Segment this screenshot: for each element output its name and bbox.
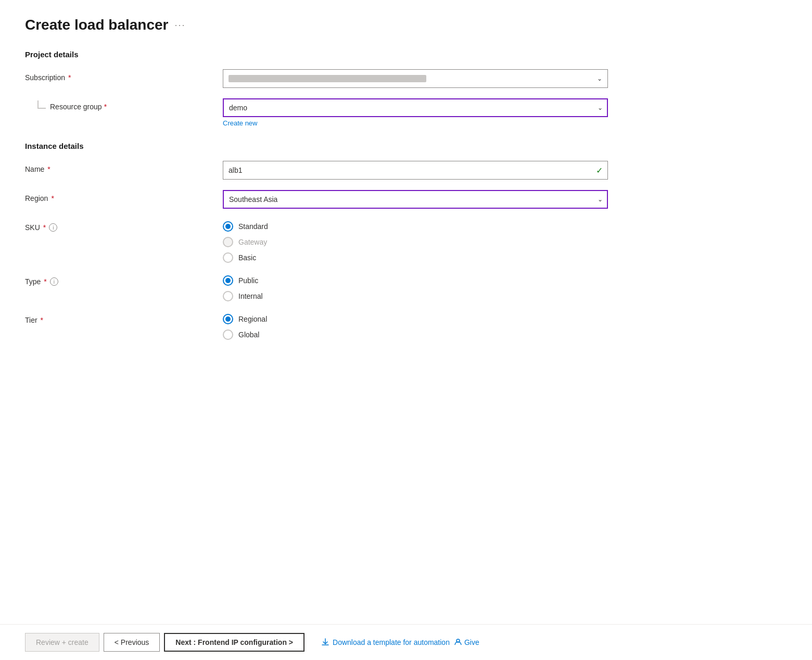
type-label: Type	[25, 277, 41, 286]
subscription-label-col: Subscription *	[25, 69, 223, 82]
tier-label-col: Tier *	[25, 312, 223, 324]
name-required: *	[47, 165, 50, 173]
create-new-link[interactable]: Create new	[223, 119, 608, 127]
type-required: *	[44, 277, 46, 286]
tier-radio-global-label: Global	[238, 331, 259, 339]
subscription-label: Subscription	[25, 73, 65, 82]
sku-radio-standard-circle	[223, 221, 233, 232]
type-option-public[interactable]: Public	[223, 275, 608, 286]
give-section: Give	[454, 638, 479, 646]
sku-radio-standard-inner	[225, 224, 231, 229]
download-template-link[interactable]: Download a template for automation	[321, 638, 450, 646]
region-label-col: Region *	[25, 190, 223, 202]
type-radio-internal-label: Internal	[238, 292, 263, 300]
sku-row: SKU * i Standard Gateway Basic	[25, 219, 787, 263]
sku-info-icon[interactable]: i	[49, 223, 57, 232]
type-radio-public-inner	[225, 278, 231, 283]
resource-group-required: *	[104, 103, 107, 111]
main-content: Create load balancer ··· Project details…	[0, 0, 812, 624]
give-icon	[454, 638, 462, 646]
subscription-placeholder-bar	[229, 75, 426, 82]
page-title: Create load balancer	[25, 17, 168, 33]
name-valid-icon: ✓	[596, 166, 603, 175]
region-select-wrapper: Southeast Asia ⌄	[223, 190, 608, 209]
region-select[interactable]: Southeast Asia	[223, 190, 608, 209]
tier-required: *	[41, 316, 43, 324]
subscription-chevron-icon: ⌄	[597, 75, 602, 82]
type-radio-group: Public Internal	[223, 273, 608, 301]
page-title-row: Create load balancer ···	[25, 17, 787, 33]
tier-row: Tier * Regional Global	[25, 312, 787, 340]
subscription-select-wrapper: ⌄	[223, 69, 608, 88]
sku-option-gateway: Gateway	[223, 237, 608, 247]
tier-label: Tier	[25, 316, 37, 324]
tier-option-regional[interactable]: Regional	[223, 314, 608, 324]
resource-group-select-wrapper: demo ⌄	[223, 98, 608, 117]
give-label[interactable]: Give	[464, 638, 479, 646]
sku-required: *	[43, 223, 46, 232]
name-control: ✓	[223, 161, 608, 180]
name-row: Name * ✓	[25, 161, 787, 180]
region-label: Region	[25, 194, 48, 202]
name-input-wrapper: ✓	[223, 161, 608, 180]
section-instance-details: Instance details	[25, 142, 787, 150]
sku-radio-basic-circle	[223, 252, 233, 263]
tier-radio-regional-circle	[223, 314, 233, 324]
type-control: Public Internal	[223, 273, 608, 301]
resource-group-row: Resource group * demo ⌄ Create new	[25, 98, 787, 127]
download-icon	[321, 638, 329, 646]
sku-radio-group: Standard Gateway Basic	[223, 219, 608, 263]
type-radio-public-label: Public	[238, 276, 258, 285]
name-label-col: Name *	[25, 161, 223, 173]
region-required: *	[51, 194, 54, 202]
tier-option-global[interactable]: Global	[223, 329, 608, 340]
name-label: Name	[25, 165, 44, 173]
name-input[interactable]	[223, 161, 608, 180]
sku-radio-standard-label: Standard	[238, 222, 268, 231]
download-template-label: Download a template for automation	[333, 638, 450, 646]
sku-control: Standard Gateway Basic	[223, 219, 608, 263]
tier-radio-group: Regional Global	[223, 312, 608, 340]
review-create-button[interactable]: Review + create	[25, 633, 99, 652]
type-label-col: Type * i	[25, 273, 223, 286]
page-title-ellipsis: ···	[174, 20, 185, 31]
resource-group-label-col: Resource group *	[25, 98, 223, 111]
type-row: Type * i Public Internal	[25, 273, 787, 301]
sku-label: SKU	[25, 223, 40, 232]
tier-control: Regional Global	[223, 312, 608, 340]
sku-radio-basic-label: Basic	[238, 253, 256, 262]
tier-radio-regional-inner	[225, 316, 231, 322]
resource-group-label: Resource group	[50, 103, 102, 111]
resource-group-select[interactable]: demo	[223, 98, 608, 117]
subscription-row: Subscription * ⌄	[25, 69, 787, 88]
region-row: Region * Southeast Asia ⌄	[25, 190, 787, 209]
footer-bar: Review + create < Previous Next : Fronte…	[0, 624, 812, 660]
type-option-internal[interactable]: Internal	[223, 291, 608, 301]
sku-radio-gateway-circle	[223, 237, 233, 247]
sku-option-standard[interactable]: Standard	[223, 221, 608, 232]
subscription-control: ⌄	[223, 69, 608, 88]
sku-label-col: SKU * i	[25, 219, 223, 232]
type-radio-internal-circle	[223, 291, 233, 301]
subscription-required: *	[68, 73, 71, 82]
region-control: Southeast Asia ⌄	[223, 190, 608, 209]
next-button[interactable]: Next : Frontend IP configuration >	[164, 633, 304, 652]
section-project-details: Project details	[25, 50, 787, 59]
sku-radio-gateway-label: Gateway	[238, 238, 267, 246]
sku-option-basic[interactable]: Basic	[223, 252, 608, 263]
type-radio-public-circle	[223, 275, 233, 286]
previous-button[interactable]: < Previous	[104, 633, 160, 652]
resource-group-control: demo ⌄ Create new	[223, 98, 608, 127]
tier-radio-regional-label: Regional	[238, 315, 267, 323]
type-info-icon[interactable]: i	[50, 277, 58, 286]
tier-radio-global-circle	[223, 329, 233, 340]
